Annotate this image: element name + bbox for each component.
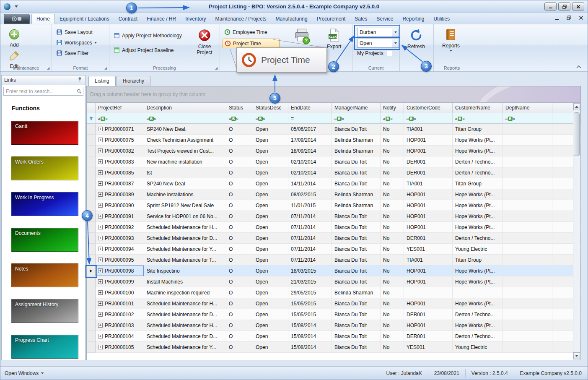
mdi-minimize-icon[interactable] [554, 16, 559, 21]
column-header-projectref[interactable]: ProjectRef [96, 103, 144, 113]
dialog-launcher-icon[interactable]: ◢ [104, 67, 108, 70]
expand-icon[interactable]: + [98, 203, 103, 208]
cell-notify[interactable]: No [381, 167, 404, 178]
add-button[interactable]: Add [2, 26, 26, 48]
expand-icon[interactable]: + [98, 323, 103, 328]
cell-enddate[interactable]: 29/05/2015 [288, 287, 332, 298]
cell-description[interactable]: Scheduled Maintenance for Y... [144, 342, 226, 353]
table-row-PRJ0000105[interactable]: +PRJ0000105Scheduled Maintenance for Y..… [87, 342, 580, 353]
cell-enddate[interactable]: 15/05/2015 [288, 298, 332, 309]
table-row-PRJ0000095[interactable]: +PRJ0000095Scheduled Maintenance for T..… [87, 255, 580, 265]
cell-managername[interactable]: Bianca Du Toit [332, 331, 381, 342]
table-row-PRJ0000075[interactable]: +PRJ0000075Check Technician AssignmentOO… [87, 135, 580, 146]
minimize-button[interactable] [544, 3, 557, 10]
cell-managername[interactable]: Bianca Du Toit [332, 222, 381, 233]
cell-status[interactable]: O [226, 146, 253, 156]
filter-cell-managername[interactable]: aBc [332, 113, 381, 124]
cell-customername[interactable]: Titan Group [453, 178, 503, 189]
table-row-PRJ0000071[interactable]: +PRJ0000071SP240 New Deal.OOpen05/06/201… [87, 124, 580, 135]
cell-managername[interactable]: Bianca Du Toit [332, 265, 381, 276]
cell-enddate[interactable]: 21/03/2015 [288, 276, 332, 287]
cell-managername[interactable]: Belinda Sharman [332, 200, 381, 211]
cell-customername[interactable]: Hope Works (Pt... [453, 211, 503, 222]
cell-managername[interactable]: Belinda Sharman [332, 135, 381, 146]
cell-statusdesc[interactable]: Open [253, 331, 288, 342]
cell-description[interactable]: Install Machines [144, 276, 226, 287]
cell-status[interactable]: O [226, 298, 253, 309]
cell-enddate[interactable]: 17/09/2014 [288, 135, 332, 146]
cell-deptname[interactable] [503, 222, 552, 233]
cell-customercode[interactable]: DER001 [404, 156, 453, 167]
cell-customercode[interactable]: HOP001 [404, 189, 453, 200]
column-header-description[interactable]: Description [144, 103, 226, 113]
cell-managername[interactable]: Belinda Sharman [332, 287, 381, 298]
cell-deptname[interactable] [503, 265, 552, 276]
cell-managername[interactable]: Bianca Du Toit [332, 233, 381, 244]
dialog-launcher-icon[interactable]: ◢ [215, 67, 218, 70]
cell-statusdesc[interactable]: Open [253, 298, 288, 309]
export-button[interactable]: XLSX Export [321, 26, 347, 49]
filter-cell-notify[interactable]: aBc [381, 113, 404, 124]
vertical-scrollbar[interactable] [573, 103, 580, 359]
expand-icon[interactable]: + [98, 345, 103, 349]
cell-managername[interactable]: Bianca Du Toit [332, 309, 381, 320]
cell-managername[interactable]: Bianca Du Toit [332, 320, 381, 331]
cell-enddate[interactable]: 02/10/2014 [288, 167, 332, 178]
cell-statusdesc[interactable]: Open [253, 222, 288, 233]
cell-statusdesc[interactable]: Open [253, 342, 288, 353]
expand-icon[interactable]: + [98, 301, 103, 306]
cell-customercode[interactable]: HOP001 [404, 276, 453, 287]
cell-status[interactable]: O [226, 156, 253, 167]
cell-deptname[interactable] [503, 211, 552, 222]
cell-description[interactable]: Test Projects viewed in Cust... [144, 146, 226, 156]
cell-deptname[interactable] [503, 298, 552, 309]
ribbon-tab-home[interactable]: Home [31, 14, 55, 24]
cell-deptname[interactable] [503, 146, 552, 156]
cell-projectref[interactable]: +PRJ0000102 [96, 309, 144, 320]
cell-description[interactable]: Scheduled Maintenance for T... [144, 255, 226, 265]
ribbon-tab-utilities[interactable]: Utilities [429, 14, 454, 24]
cell-statusdesc[interactable]: Open [253, 167, 288, 178]
table-row-PRJ0000090[interactable]: +PRJ0000090Sprint SP1912 New Deal SaleOO… [87, 200, 580, 211]
cell-managername[interactable]: Bianca Du Toit [332, 178, 381, 189]
table-row-PRJ0000082[interactable]: +PRJ0000082Test Projects viewed in Cust.… [87, 146, 580, 156]
filter-cell-projectref[interactable]: aBc [96, 113, 144, 124]
cell-statusdesc[interactable]: Open [253, 287, 288, 298]
cell-customercode[interactable]: DER001 [404, 331, 453, 342]
cell-status[interactable]: O [226, 342, 253, 353]
cell-notify[interactable]: No [381, 331, 404, 342]
table-row-PRJ0000089[interactable]: +PRJ0000089Machine installationsOOpen08/… [87, 189, 580, 200]
table-row-PRJ0000085[interactable]: +PRJ0000085tstOOpen02/10/2014Bianca Du T… [87, 167, 580, 178]
close-project-button[interactable]: Close Project [192, 26, 218, 56]
project-time-button[interactable]: Project Time [223, 39, 280, 48]
cell-customercode[interactable]: DER001 [404, 233, 453, 244]
cell-status[interactable]: O [226, 124, 253, 135]
cell-projectref[interactable]: +PRJ0000103 [96, 320, 144, 331]
cell-status[interactable]: O [226, 222, 253, 233]
cell-deptname[interactable] [503, 135, 552, 146]
cell-customername[interactable]: Hope Works (Pt... [453, 265, 503, 276]
cell-managername[interactable]: Belinda Sharman [332, 146, 381, 156]
reports-button[interactable]: Reports [435, 26, 466, 52]
cell-customername[interactable]: Titan Group [453, 255, 503, 265]
cell-customercode[interactable]: HOP001 [404, 146, 453, 156]
cell-managername[interactable]: Bianca Du Toit [332, 244, 381, 255]
cell-enddate[interactable]: 07/11/2014 [288, 222, 332, 233]
cell-customername[interactable]: Hope Works (Pt... [453, 135, 503, 146]
function-documents[interactable]: Documents [11, 228, 78, 252]
cell-statusdesc[interactable]: Open [253, 320, 288, 331]
cell-projectref[interactable]: +PRJ0000083 [96, 156, 144, 167]
table-row-PRJ0000091[interactable]: +PRJ0000091Service for HOP001 on 06 No..… [87, 211, 580, 222]
cell-customername[interactable]: Derton / Techno... [453, 167, 503, 178]
application-menu-button[interactable] [4, 14, 30, 24]
expand-icon[interactable]: + [98, 192, 103, 197]
cell-customername[interactable]: Hope Works (Pt... [453, 222, 503, 233]
cell-description[interactable]: Scheduled Maintenance for Y... [144, 244, 226, 255]
cell-customercode[interactable] [404, 287, 453, 298]
cell-notify[interactable]: No [381, 287, 404, 298]
cell-description[interactable]: Scheduled Maintenance for H... [144, 298, 226, 309]
function-work-orders[interactable]: Work Orders [11, 156, 78, 180]
cell-deptname[interactable] [503, 287, 552, 298]
table-row-PRJ0000094[interactable]: +PRJ0000094Scheduled Maintenance for Y..… [87, 244, 580, 255]
save-filter-button[interactable]: Save Filter [54, 48, 106, 58]
